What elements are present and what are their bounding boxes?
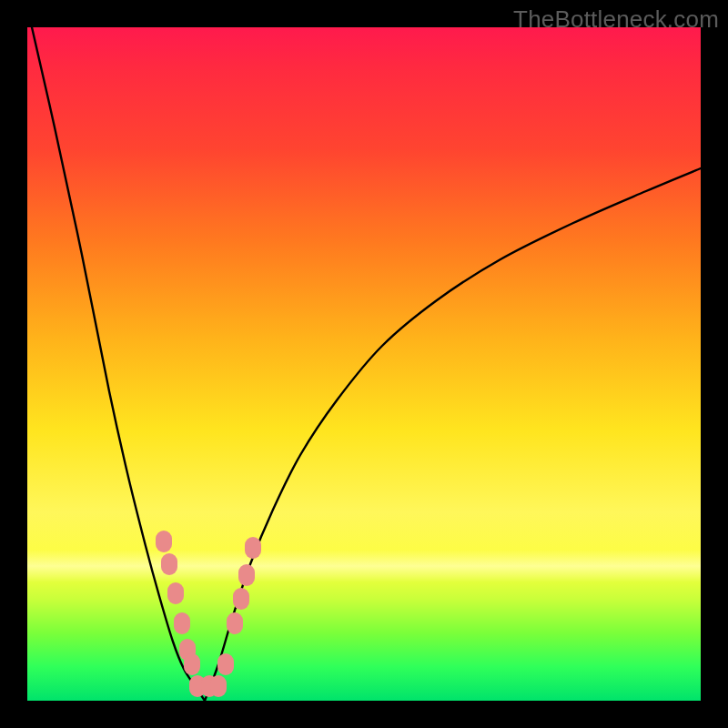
plot-area	[27, 27, 701, 701]
marker-bead	[217, 653, 234, 675]
marker-bead	[210, 675, 227, 697]
marker-bead	[233, 588, 249, 610]
watermark-text: TheBottleneck.com	[513, 5, 719, 34]
markers-layer	[156, 531, 261, 697]
curve-right-branch	[205, 168, 701, 701]
marker-bead	[174, 612, 190, 634]
marker-bead	[161, 553, 177, 575]
marker-bead	[245, 537, 261, 559]
marker-bead	[238, 564, 255, 586]
marker-bead	[184, 653, 200, 675]
chart-svg	[27, 27, 701, 701]
marker-bead	[167, 582, 184, 604]
chart-frame: TheBottleneck.com	[0, 0, 728, 728]
marker-bead	[227, 612, 243, 634]
marker-bead	[156, 531, 172, 552]
curve-layer	[32, 27, 701, 701]
